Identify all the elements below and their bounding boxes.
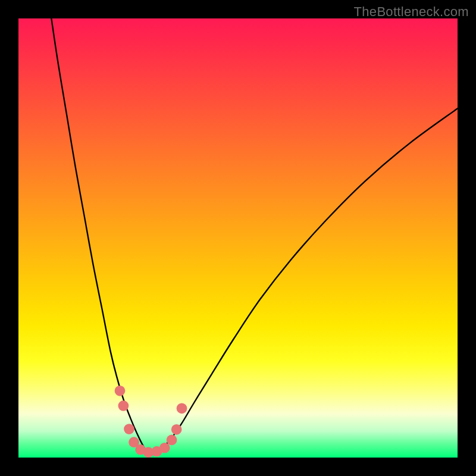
marker-dot <box>167 435 177 446</box>
marker-dot <box>159 443 170 453</box>
marker-dot <box>177 403 187 414</box>
outer-frame: TheBottleneck.com <box>0 0 476 476</box>
right-curve <box>150 108 458 455</box>
watermark-text: TheBottleneck.com <box>354 4 469 20</box>
plot-area <box>18 18 458 458</box>
marker-dot <box>124 424 134 434</box>
left-curve <box>51 18 150 455</box>
marker-dot <box>118 400 129 411</box>
marker-dot <box>171 424 182 435</box>
chart-svg <box>18 18 458 458</box>
marker-dot <box>115 386 126 396</box>
trough-markers <box>115 386 187 458</box>
